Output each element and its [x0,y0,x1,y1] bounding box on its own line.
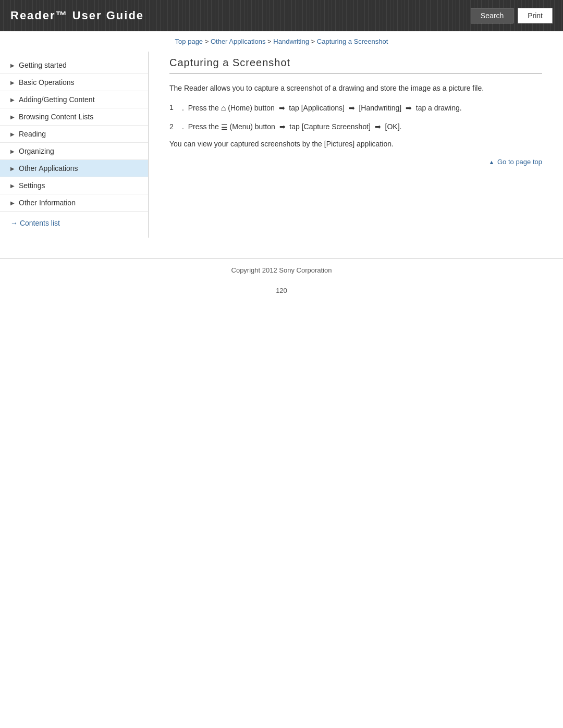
sidebar-label-reading: Reading [19,130,46,138]
contents-list-label: Contents list [20,219,60,227]
sidebar-item-getting-started[interactable]: ▶ Getting started [0,57,148,74]
breadcrumb-top[interactable]: Top page [175,38,203,45]
sidebar-item-basic-operations[interactable]: ▶ Basic Operations [0,74,148,91]
print-button[interactable]: Print [518,8,553,23]
breadcrumb-sep-3: > [311,38,317,45]
arrow-icon-reading: ▶ [10,131,15,137]
sidebar-item-reading[interactable]: ▶ Reading [0,126,148,143]
breadcrumb-sep-2: > [267,38,273,45]
sidebar-label-organizing: Organizing [19,147,54,155]
arrow-icon-other-information: ▶ [10,200,15,206]
sidebar-label-browsing: Browsing Content Lists [19,113,93,121]
sidebar: ▶ Getting started ▶ Basic Operations ▶ A… [0,52,149,238]
search-button[interactable]: Search [471,8,513,23]
contents-list-arrow-icon: → [10,219,20,227]
sidebar-label-adding-content: Adding/Getting Content [19,95,95,104]
sidebar-item-adding-content[interactable]: ▶ Adding/Getting Content [0,91,148,108]
sidebar-label-settings: Settings [19,181,45,190]
go-to-top: ▲ Go to page top [169,158,542,166]
step-2: 2 . Press the ☰ (Menu) button ➡ tap [Cap… [169,120,542,134]
step-1: 1 . Press the ⌂ (Home) button ➡ tap [App… [169,101,542,116]
triangle-up-icon: ▲ [488,159,494,165]
arrow-icon-settings: ▶ [10,183,15,189]
arrow-icon-basic-operations: ▶ [10,80,15,85]
page-number: 120 [0,281,563,300]
arrow-icon-other-applications: ▶ [10,166,15,171]
sidebar-item-other-applications[interactable]: ▶ Other Applications [0,160,148,177]
site-title: Reader™ User Guide [10,9,144,22]
note-paragraph: You can view your captured screenshots b… [169,138,542,150]
breadcrumb-handwriting[interactable]: Handwriting [273,38,309,45]
menu-icon: ☰ [221,121,228,134]
go-to-top-link[interactable]: ▲ Go to page top [488,158,542,166]
go-to-top-label: Go to page top [497,158,542,166]
sidebar-label-other-applications: Other Applications [19,164,78,172]
footer: Copyright 2012 Sony Corporation [0,258,563,281]
arrow-icon-organizing: ▶ [10,149,15,154]
breadcrumb-sep-1: > [205,38,211,45]
home-icon: ⌂ [221,101,226,116]
main-layout: ▶ Getting started ▶ Basic Operations ▶ A… [0,52,563,248]
copyright-text: Copyright 2012 Sony Corporation [231,266,332,274]
step-2-num: 2 [169,120,180,133]
arrow-icon-adding-content: ▶ [10,97,15,103]
arrow-icon-getting-started: ▶ [10,63,15,68]
sidebar-item-settings[interactable]: ▶ Settings [0,177,148,194]
breadcrumb: Top page > Other Applications > Handwrit… [0,31,563,52]
page-title: Capturing a Screenshot [169,57,542,74]
intro-paragraph: The Reader allows you to capture a scree… [169,82,542,94]
sidebar-item-browsing[interactable]: ▶ Browsing Content Lists [0,108,148,126]
sidebar-footer: → Contents list [0,212,148,227]
content-area: Capturing a Screenshot The Reader allows… [149,52,563,176]
breadcrumb-other-apps[interactable]: Other Applications [211,38,266,45]
sidebar-label-getting-started: Getting started [19,61,67,69]
sidebar-item-organizing[interactable]: ▶ Organizing [0,143,148,160]
header-buttons: Search Print [471,8,553,23]
contents-list-link[interactable]: → Contents list [10,219,60,227]
breadcrumb-current[interactable]: Capturing a Screenshot [317,38,388,45]
step-2-text: . Press the ☰ (Menu) button ➡ tap [Captu… [182,120,401,134]
sidebar-label-basic-operations: Basic Operations [19,78,75,87]
arrow-icon-browsing: ▶ [10,114,15,120]
header: Reader™ User Guide Search Print [0,0,563,31]
sidebar-item-other-information[interactable]: ▶ Other Information [0,194,148,212]
step-1-num: 1 [169,101,180,114]
step-1-text: . Press the ⌂ (Home) button ➡ tap [Appli… [182,101,462,116]
sidebar-label-other-information: Other Information [19,199,76,207]
